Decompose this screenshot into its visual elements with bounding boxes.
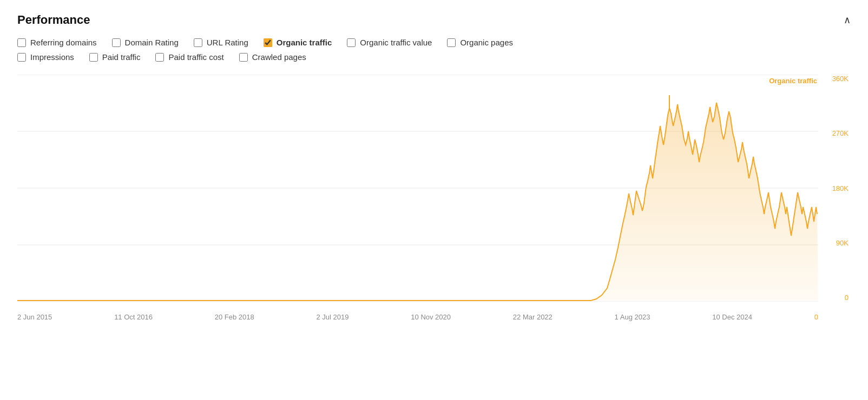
checkbox-organic-pages[interactable]: Organic pages (447, 38, 513, 47)
checkbox-paid-traffic[interactable]: Paid traffic (89, 52, 141, 62)
checkbox-label-impressions: Impressions (30, 52, 74, 62)
checkbox-input-referring-domains[interactable] (17, 38, 26, 47)
y-axis-label: 360K (832, 75, 849, 83)
checkbox-url-rating[interactable]: URL Rating (194, 38, 248, 47)
y-axis-label: 0 (845, 294, 849, 302)
x-axis-label: 10 Nov 2020 (411, 313, 451, 321)
checkbox-input-paid-traffic[interactable] (89, 53, 98, 62)
filter-checkboxes: Referring domainsDomain RatingURL Rating… (17, 38, 851, 62)
y-axis-label: 90K (836, 239, 849, 247)
checkbox-impressions[interactable]: Impressions (17, 52, 74, 62)
checkbox-label-crawled-pages: Crawled pages (252, 52, 306, 62)
checkbox-input-paid-traffic-cost[interactable] (155, 53, 164, 62)
checkbox-referring-domains[interactable]: Referring domains (17, 38, 97, 47)
checkbox-row-2: ImpressionsPaid trafficPaid traffic cost… (17, 52, 851, 62)
x-axis-label: 0 (814, 313, 818, 321)
checkbox-label-organic-traffic: Organic traffic (277, 38, 332, 47)
checkbox-input-organic-pages[interactable] (447, 38, 456, 47)
checkbox-label-organic-pages: Organic pages (460, 38, 513, 47)
checkbox-organic-traffic-value[interactable]: Organic traffic value (347, 38, 432, 47)
x-axis-label: 10 Dec 2024 (712, 313, 752, 321)
x-axis-label: 2 Jun 2015 (17, 313, 52, 321)
x-axis-label: 20 Feb 2018 (215, 313, 254, 321)
chart-grid (17, 75, 818, 302)
x-axis-label: 22 Mar 2022 (513, 313, 553, 321)
checkbox-input-organic-traffic-value[interactable] (347, 38, 356, 47)
checkbox-label-paid-traffic-cost: Paid traffic cost (168, 52, 223, 62)
y-axis-label: 270K (832, 129, 849, 137)
x-axis-label: 2 Jul 2019 (317, 313, 349, 321)
checkbox-label-organic-traffic-value: Organic traffic value (360, 38, 432, 47)
checkbox-input-url-rating[interactable] (194, 38, 202, 47)
checkbox-input-organic-traffic[interactable] (264, 38, 272, 47)
checkbox-crawled-pages[interactable]: Crawled pages (239, 52, 306, 62)
checkbox-row-1: Referring domainsDomain RatingURL Rating… (17, 38, 851, 47)
x-axis: 2 Jun 201511 Oct 201620 Feb 20182 Jul 20… (17, 302, 818, 323)
checkbox-paid-traffic-cost[interactable]: Paid traffic cost (155, 52, 223, 62)
checkbox-organic-traffic[interactable]: Organic traffic (264, 38, 332, 47)
checkbox-input-domain-rating[interactable] (112, 38, 121, 47)
performance-chart: Organic traffic (17, 75, 851, 323)
y-axis: 360K270K180K90K0 (818, 75, 851, 302)
collapse-button[interactable]: ∧ (844, 14, 851, 26)
checkbox-label-domain-rating: Domain Rating (125, 38, 179, 47)
x-axis-label: 1 Aug 2023 (615, 313, 650, 321)
checkbox-domain-rating[interactable]: Domain Rating (112, 38, 179, 47)
y-axis-label: 180K (832, 184, 849, 192)
checkbox-label-url-rating: URL Rating (207, 38, 248, 47)
checkbox-label-paid-traffic: Paid traffic (102, 52, 141, 62)
checkbox-input-crawled-pages[interactable] (239, 53, 248, 62)
svg-marker-5 (17, 103, 818, 301)
series-label: Organic traffic (769, 77, 817, 85)
x-axis-label: 11 Oct 2016 (114, 313, 153, 321)
checkbox-label-referring-domains: Referring domains (30, 38, 97, 47)
checkbox-input-impressions[interactable] (17, 53, 26, 62)
page-title: Performance (17, 13, 90, 27)
